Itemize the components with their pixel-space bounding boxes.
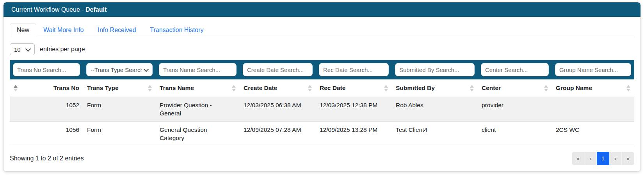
card-body: New Wait More Info Info Received Transac… bbox=[4, 17, 640, 171]
cell-center: client bbox=[478, 122, 552, 146]
table-row[interactable]: 1056 Form General Question Category 12/0… bbox=[10, 122, 634, 146]
column-header-center[interactable]: Center bbox=[478, 79, 552, 97]
column-header-row: Trans No Trans Type Trans Name Create Da… bbox=[10, 79, 634, 97]
cell-trans-type: Form bbox=[83, 122, 156, 146]
rec-date-search-input[interactable] bbox=[319, 63, 389, 76]
pagination: « ‹ 1 › » bbox=[572, 152, 634, 165]
sort-icon bbox=[626, 85, 630, 92]
create-date-search-input[interactable] bbox=[243, 63, 313, 76]
tab-wait-more-info[interactable]: Wait More Info bbox=[36, 23, 91, 37]
cell-trans-name: Provider Question - General bbox=[156, 97, 240, 122]
cell-group-name bbox=[552, 97, 634, 122]
pagination-page-1-button[interactable]: 1 bbox=[597, 152, 609, 165]
cell-rec-date: 12/03/2025 12:38 PM bbox=[316, 97, 392, 122]
column-label: Center bbox=[482, 85, 501, 92]
tab-transaction-history[interactable]: Transaction History bbox=[143, 23, 210, 37]
table-footer: Showing 1 to 2 of 2 entries « ‹ 1 › » bbox=[10, 152, 634, 165]
table-row[interactable]: 1052 Form Provider Question - General 12… bbox=[10, 97, 634, 122]
card-title-bar: Current Workflow Queue - Default bbox=[4, 2, 640, 17]
card-title-queue-name: Default bbox=[85, 6, 107, 13]
sort-icon bbox=[470, 85, 474, 92]
group-name-search-input[interactable] bbox=[555, 63, 631, 76]
center-search-input[interactable] bbox=[481, 63, 549, 76]
entries-info-text: Showing 1 to 2 of 2 entries bbox=[10, 155, 84, 162]
trans-type-select-wrap: --Trans Type Search-- bbox=[86, 63, 153, 76]
column-header-create-date[interactable]: Create Date bbox=[240, 79, 316, 97]
sort-icon bbox=[232, 85, 236, 92]
pagination-last-button[interactable]: » bbox=[622, 152, 634, 165]
pagination-next-button[interactable]: › bbox=[609, 152, 622, 165]
cell-create-date: 12/03/2025 06:38 AM bbox=[240, 97, 316, 122]
page-size-controls: 10 entries per page bbox=[10, 43, 634, 55]
column-label: Group Name bbox=[556, 85, 592, 92]
sort-icon bbox=[148, 85, 152, 92]
cell-rec-date: 12/09/2025 13:28 PM bbox=[316, 122, 392, 146]
cell-trans-type: Form bbox=[83, 97, 156, 122]
cell-trans-no: 1056 bbox=[10, 122, 83, 146]
column-label: Trans Type bbox=[87, 85, 119, 92]
column-filter-row: --Trans Type Search-- bbox=[10, 60, 634, 79]
column-header-submitted-by[interactable]: Submitted By bbox=[392, 79, 478, 97]
submitted-by-search-input[interactable] bbox=[395, 63, 475, 76]
column-header-trans-type[interactable]: Trans Type bbox=[83, 79, 156, 97]
pagination-prev-button[interactable]: ‹ bbox=[584, 152, 597, 165]
cell-trans-name: General Question Category bbox=[156, 122, 240, 146]
column-header-rec-date[interactable]: Rec Date bbox=[316, 79, 392, 97]
column-label: Trans Name bbox=[160, 85, 194, 92]
pagination-first-button[interactable]: « bbox=[572, 152, 584, 165]
cell-center: provider bbox=[478, 97, 552, 122]
sort-icon bbox=[384, 85, 388, 92]
page-size-select-wrap: 10 bbox=[10, 43, 35, 55]
cell-create-date: 12/09/2025 07:28 AM bbox=[240, 122, 316, 146]
trans-no-search-input[interactable] bbox=[13, 63, 80, 76]
tab-new[interactable]: New bbox=[10, 23, 36, 37]
column-label: Trans No bbox=[53, 85, 79, 92]
column-label: Submitted By bbox=[396, 85, 435, 92]
tab-info-received[interactable]: Info Received bbox=[91, 23, 143, 37]
sort-ascending-icon bbox=[14, 85, 18, 92]
column-label: Create Date bbox=[244, 85, 277, 92]
workflow-table: --Trans Type Search-- bbox=[10, 60, 634, 146]
page-size-label: entries per page bbox=[40, 46, 85, 53]
cell-submitted-by: Test Client4 bbox=[392, 122, 478, 146]
trans-name-search-input[interactable] bbox=[159, 63, 237, 76]
card-title-prefix: Current Workflow Queue - bbox=[11, 6, 85, 13]
queue-tabs: New Wait More Info Info Received Transac… bbox=[10, 23, 634, 37]
page-size-select[interactable]: 10 bbox=[10, 43, 35, 55]
column-header-group-name[interactable]: Group Name bbox=[552, 79, 634, 97]
cell-group-name: 2CS WC bbox=[552, 122, 634, 146]
column-header-trans-name[interactable]: Trans Name bbox=[156, 79, 240, 97]
cell-submitted-by: Rob Ables bbox=[392, 97, 478, 122]
workflow-queue-card: Current Workflow Queue - Default New Wai… bbox=[3, 2, 641, 172]
trans-type-search-select[interactable]: --Trans Type Search-- bbox=[86, 63, 153, 76]
column-label: Rec Date bbox=[320, 85, 345, 92]
sort-icon bbox=[308, 85, 312, 92]
cell-trans-no: 1052 bbox=[10, 97, 83, 122]
sort-icon bbox=[544, 85, 548, 92]
column-header-trans-no[interactable]: Trans No bbox=[10, 79, 83, 97]
